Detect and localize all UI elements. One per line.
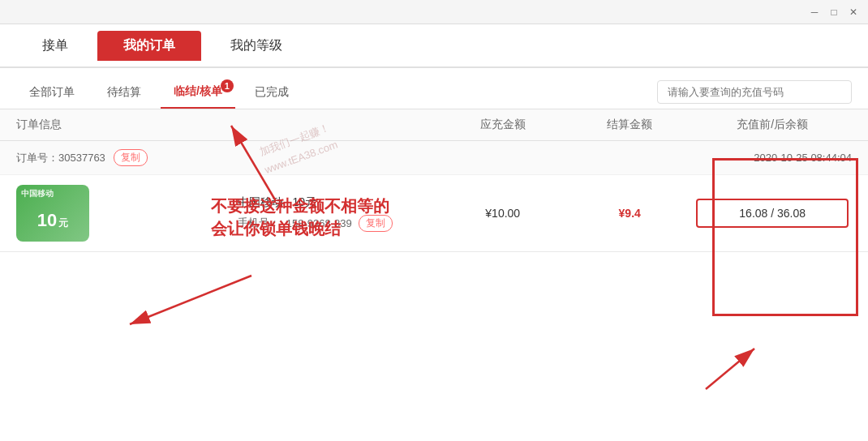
mobile-card: 中国移动 10 元 — [16, 185, 89, 242]
copy-order-button[interactable]: 复制 — [114, 149, 148, 166]
order-row: 订单号：30537763 复制 2020-10-25 08:44:04 中国移动… — [0, 141, 868, 252]
subtab-linjie[interactable]: 临结/核单 1 — [161, 78, 235, 109]
phone-number: 158-9368-839 — [286, 217, 352, 229]
svg-line-2 — [130, 276, 251, 324]
order-detail: 中国移动 10 元 中国移动 · 10元 手机号： 158-9368-839 复… — [0, 175, 868, 251]
title-bar: ─ □ ✕ — [0, 0, 868, 24]
card-amount: 10 — [37, 210, 57, 231]
minimize-button[interactable]: ─ — [806, 4, 823, 20]
tab-wode-dingdan[interactable]: 我的订单 — [97, 31, 201, 61]
copy-phone-button[interactable]: 复制 — [359, 215, 393, 232]
mobile-logo: 中国移动 — [21, 188, 54, 199]
col-empty — [228, 118, 440, 132]
balance-cell: 16.08 / 36.08 — [696, 199, 849, 228]
order-number: 订单号：30537763 — [16, 151, 105, 165]
subtab-pending[interactable]: 待结算 — [94, 79, 154, 108]
badge-linjie: 1 — [221, 79, 234, 92]
svg-line-3 — [706, 349, 754, 389]
phone-label: 手机号： — [238, 216, 280, 230]
order-meta: 订单号：30537763 复制 2020-10-25 08:44:04 — [0, 141, 868, 175]
table-header: 订单信息 应充金额 结算金额 充值前/后余额 — [0, 109, 868, 141]
product-name: 中国移动 · 10元 — [238, 195, 440, 210]
settlement-amount-cell: ¥9.4 — [566, 207, 693, 220]
card-unit: 元 — [58, 216, 68, 230]
main-tabs: 接单 我的订单 我的等级 — [0, 24, 868, 68]
col-order-info: 订单信息 — [16, 118, 228, 132]
close-button[interactable]: ✕ — [845, 4, 862, 20]
col-charge-amount: 应充金额 — [440, 118, 566, 132]
col-balance: 充值前/后余额 — [693, 118, 852, 132]
tab-wode-dengji[interactable]: 我的等级 — [204, 31, 308, 61]
product-info: 中国移动 · 10元 手机号： 158-9368-839 复制 — [228, 195, 440, 232]
tab-jiedan[interactable]: 接单 — [16, 31, 94, 61]
maximize-button[interactable]: □ — [826, 4, 842, 20]
sub-tabs: 全部订单 待结算 临结/核单 1 已完成 — [16, 78, 657, 109]
order-time: 2020-10-25 08:44:04 — [754, 152, 852, 164]
product-cell: 中国移动 10 元 — [16, 185, 228, 242]
subtab-all[interactable]: 全部订单 — [16, 79, 88, 108]
charge-amount-cell: ¥10.00 — [440, 207, 566, 220]
search-input[interactable] — [657, 80, 852, 104]
subtab-completed[interactable]: 已完成 — [242, 79, 302, 108]
sub-tabs-row: 全部订单 待结算 临结/核单 1 已完成 — [0, 68, 868, 109]
col-settlement-amount: 结算金额 — [566, 118, 693, 132]
phone-row: 手机号： 158-9368-839 复制 — [238, 215, 440, 232]
